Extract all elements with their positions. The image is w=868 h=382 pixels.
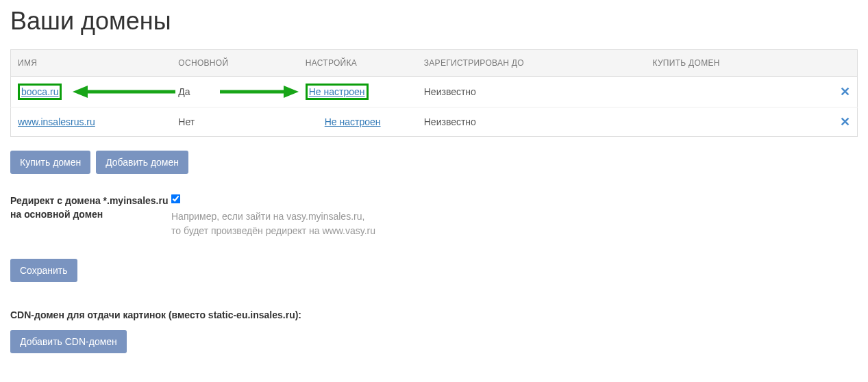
- redirect-help-line2: то будет произведён редирект на www.vasy…: [171, 224, 858, 238]
- arrow-icon: [220, 84, 299, 99]
- th-setup: НАСТРОЙКА: [299, 50, 417, 77]
- table-row: www.insalesrus.ru Нет Не настроен Неизве…: [11, 107, 858, 137]
- domains-table: ИМЯ ОСНОВНОЙ НАСТРОЙКА ЗАРЕГИСТРИРОВАН Д…: [10, 49, 858, 137]
- domain-main-value: Нет: [171, 107, 298, 137]
- page-title: Ваши домены: [10, 7, 858, 36]
- domain-registered-value: Неизвестно: [417, 107, 646, 137]
- th-actions: [832, 50, 857, 77]
- redirect-checkbox[interactable]: [171, 194, 181, 204]
- domain-buy-value: [645, 107, 832, 137]
- th-main: ОСНОВНОЙ: [171, 50, 298, 77]
- delete-icon[interactable]: ✕: [840, 115, 850, 129]
- domain-setup-link[interactable]: Не настроен: [309, 86, 365, 97]
- add-cdn-button[interactable]: Добавить CDN-домен: [10, 330, 127, 353]
- domain-name-link[interactable]: booca.ru: [21, 86, 58, 97]
- domain-setup-link[interactable]: Не настроен: [325, 116, 381, 127]
- domain-registered-value: Неизвестно: [417, 77, 646, 107]
- th-name: ИМЯ: [11, 50, 172, 77]
- delete-icon[interactable]: ✕: [840, 85, 850, 99]
- redirect-help-line1: Например, если зайти на vasy.myinsales.r…: [171, 209, 858, 224]
- cdn-heading: CDN-домен для отдачи картинок (вместо st…: [10, 309, 858, 320]
- highlight-domain-name: booca.ru: [18, 84, 62, 100]
- th-registered: ЗАРЕГИСТРИРОВАН ДО: [417, 50, 646, 77]
- domain-name-link[interactable]: www.insalesrus.ru: [18, 116, 95, 127]
- svg-marker-1: [73, 86, 88, 98]
- save-button[interactable]: Сохранить: [10, 259, 77, 282]
- th-buy: КУПИТЬ ДОМЕН: [645, 50, 832, 77]
- arrow-icon: [73, 84, 175, 99]
- buy-domain-button[interactable]: Купить домен: [10, 151, 90, 174]
- add-domain-button[interactable]: Добавить домен: [96, 151, 188, 174]
- svg-marker-3: [284, 86, 299, 98]
- highlight-setup-status: Не настроен: [306, 84, 369, 100]
- table-row: booca.ru Да Не настроен: [11, 77, 858, 107]
- domain-buy-value: [645, 77, 832, 107]
- redirect-label: Редирект с домена *.myinsales.ru на осно…: [10, 194, 171, 221]
